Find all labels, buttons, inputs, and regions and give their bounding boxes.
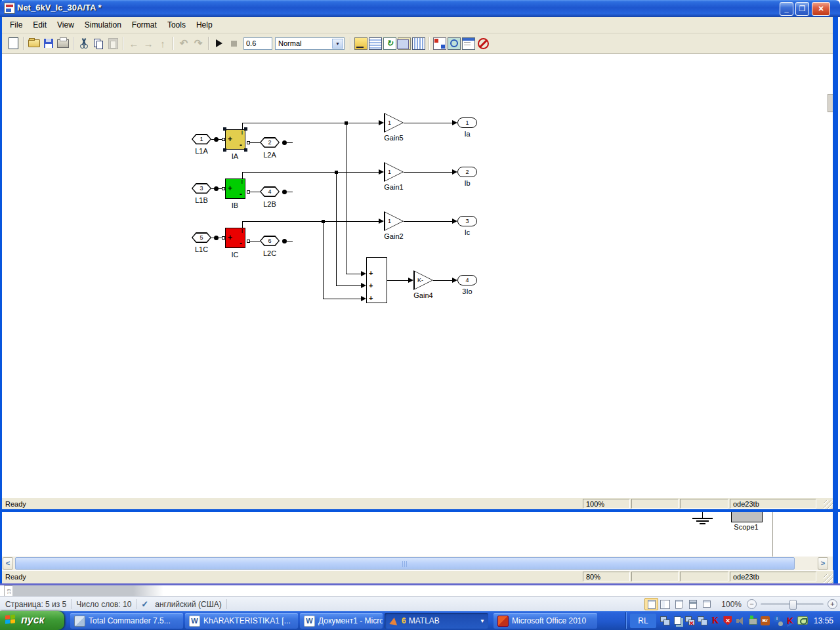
nvidia-settings-icon[interactable] xyxy=(797,616,808,626)
network-icon[interactable] xyxy=(660,616,671,626)
current-measurement-IB[interactable]: + i - xyxy=(225,178,245,199)
outport-Ia[interactable]: 1 xyxy=(457,117,477,128)
menu-format[interactable]: Format xyxy=(127,18,162,32)
kaspersky-k2-icon[interactable]: K xyxy=(785,616,795,626)
sum-block[interactable]: + + + xyxy=(366,257,387,303)
volume-icon[interactable] xyxy=(735,616,746,626)
model-explorer-icon[interactable] xyxy=(461,36,476,51)
task-matlab-group[interactable]: 6 MATLAB ▼ xyxy=(385,613,488,629)
wire-arrow xyxy=(452,278,457,283)
word-zoom-value[interactable]: 100% xyxy=(721,600,742,609)
update-diagram-icon[interactable]: ↻ xyxy=(383,36,397,51)
ground-icon[interactable] xyxy=(692,518,713,519)
start-button[interactable]: пуск xyxy=(0,611,64,630)
simulink-model-icon[interactable] xyxy=(4,3,15,14)
outport-L2C[interactable]: 6 xyxy=(260,236,280,246)
task-total-commander[interactable]: Total Commander 7.5... xyxy=(70,613,183,629)
language-indicator[interactable]: RL xyxy=(630,614,656,628)
start-simulation-button[interactable] xyxy=(212,36,226,51)
open-button[interactable] xyxy=(27,36,41,51)
blocks-library-icon[interactable] xyxy=(432,36,447,51)
wire-arrow xyxy=(379,120,384,125)
gain5-block[interactable]: 1 xyxy=(384,113,404,133)
web-layout-view-icon[interactable] xyxy=(672,598,686,610)
scope-block[interactable] xyxy=(731,512,763,522)
outport-L2A[interactable]: 2 xyxy=(260,137,280,148)
selection-handle[interactable] xyxy=(244,148,247,152)
word-page-count[interactable]: Страница: 5 из 5 xyxy=(5,600,66,609)
gain1-block[interactable]: 1 xyxy=(384,162,404,182)
inport-L1B[interactable]: 3 xyxy=(192,183,211,194)
kaspersky-icon[interactable]: K xyxy=(710,616,721,626)
outline-view-icon[interactable] xyxy=(686,598,700,610)
taskbar-clock[interactable]: 13:55 xyxy=(814,616,833,625)
lan-connection-icon[interactable] xyxy=(698,616,708,626)
zoom-slider-thumb[interactable] xyxy=(789,600,797,610)
layered-windows-icon[interactable] xyxy=(673,616,683,626)
chevron-down-icon[interactable]: ▼ xyxy=(480,618,485,624)
model-browser-icon[interactable] xyxy=(368,36,383,51)
build-all-icon[interactable] xyxy=(411,36,426,51)
outport-Ib[interactable]: 2 xyxy=(457,167,477,177)
zoom-slider[interactable] xyxy=(761,603,824,605)
draft-view-icon[interactable] xyxy=(700,598,713,610)
menu-simulation[interactable]: Simulation xyxy=(79,18,127,32)
rear-model-canvas[interactable]: Scope1 xyxy=(2,512,833,556)
menu-view[interactable]: View xyxy=(52,18,79,32)
br-tray-icon[interactable]: Br xyxy=(760,616,770,626)
word-language[interactable]: английский (США) xyxy=(155,600,221,609)
chevron-down-icon[interactable]: ▼ xyxy=(332,39,343,49)
horizontal-scrollbar[interactable]: < > xyxy=(2,556,833,570)
simulation-stack-icon[interactable] xyxy=(397,36,411,51)
zoom-in-icon[interactable]: + xyxy=(828,599,837,609)
word-word-count[interactable]: Число слов: 10 xyxy=(76,600,131,609)
security-center-icon[interactable]: ✕ xyxy=(723,616,733,626)
selection-handle[interactable] xyxy=(244,127,247,131)
inport-L1A[interactable]: 1 xyxy=(192,134,211,144)
menu-tools[interactable]: Tools xyxy=(162,18,191,32)
copy-button[interactable] xyxy=(91,36,106,51)
menu-edit[interactable]: Edit xyxy=(28,18,52,32)
outport-Ic[interactable]: 3 xyxy=(457,216,477,226)
simulation-stop-time-input[interactable] xyxy=(243,37,272,50)
selection-handle[interactable] xyxy=(223,148,226,152)
fullscreen-reading-view-icon[interactable] xyxy=(658,598,672,610)
task-word-document1[interactable]: W Документ1 - Microso... xyxy=(300,613,383,629)
model-canvas[interactable]: 1 L1A + i - IA 2 L2A 1 Gain5 1 Ia xyxy=(2,54,833,497)
current-measurement-IA[interactable]: + i - xyxy=(225,129,245,150)
resize-grip[interactable] xyxy=(824,574,833,583)
new-model-button[interactable] xyxy=(6,36,20,51)
task-word-kharakteristika[interactable]: W KhARAKTERISTIKA1 [... xyxy=(185,613,298,629)
scroll-right-icon[interactable]: > xyxy=(818,557,828,570)
print-layout-view-icon[interactable] xyxy=(644,598,658,610)
safely-remove-hardware-icon[interactable] xyxy=(747,616,758,626)
resize-grip[interactable] xyxy=(824,500,833,509)
simulation-mode-select[interactable]: Normal ▼ xyxy=(275,37,345,50)
find-in-model-icon[interactable] xyxy=(447,36,461,51)
system-info-icon[interactable] xyxy=(772,616,783,626)
cut-button[interactable] xyxy=(77,36,91,51)
inport-L1C[interactable]: 5 xyxy=(192,232,211,243)
gain2-block[interactable]: 1 xyxy=(384,211,404,231)
zoom-out-icon[interactable]: − xyxy=(747,599,757,609)
maximize-button[interactable]: ❒ xyxy=(795,2,809,16)
print-button[interactable] xyxy=(56,36,70,51)
scrollbar-thumb[interactable] xyxy=(15,557,795,570)
outport-L2B[interactable]: 4 xyxy=(260,186,280,197)
outport-3Io[interactable]: 4 xyxy=(457,275,477,285)
selection-handle[interactable] xyxy=(223,127,226,131)
save-button[interactable] xyxy=(41,36,56,51)
scroll-left-icon[interactable]: < xyxy=(3,557,13,570)
network-offline-icon[interactable] xyxy=(685,616,696,626)
word-status-bar: Страница: 5 из 5 Число слов: 10 ✓ англий… xyxy=(0,596,840,612)
current-measurement-IC[interactable]: + i - xyxy=(225,228,245,248)
menu-help[interactable]: Help xyxy=(191,18,218,32)
gain4-block[interactable]: K- xyxy=(413,270,433,290)
title-bar[interactable]: Net_6kV_Ic_30A/TA * _ ❒ ✕ xyxy=(0,0,840,17)
close-button[interactable]: ✕ xyxy=(812,2,830,16)
spellcheck-icon[interactable]: ✓ xyxy=(141,599,148,609)
task-office-2010[interactable]: Microsoft Office 2010 xyxy=(494,613,597,629)
minimize-button[interactable]: _ xyxy=(780,2,793,16)
library-browser-icon[interactable] xyxy=(354,36,368,51)
menu-file[interactable]: File xyxy=(5,18,28,32)
